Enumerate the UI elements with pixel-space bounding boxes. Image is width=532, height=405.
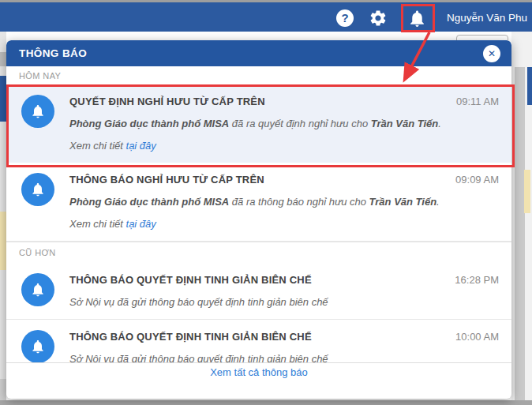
notification-title: THÔNG BÁO QUYẾT ĐỊNH TINH GIẢN BIÊN CHẾ bbox=[69, 273, 312, 287]
panel-header: THÔNG BÁO ✕ bbox=[6, 40, 511, 66]
notification-time: 09:09 AM bbox=[448, 174, 499, 186]
notification-title: QUYẾT ĐỊNH NGHỈ HƯU TỪ CẤP TRÊN bbox=[69, 95, 265, 109]
panel-footer: Xem tất cả thông báo bbox=[6, 362, 511, 381]
notification-title: THÔNG BÁO NGHỈ HƯU TỪ CẤP TRÊN bbox=[69, 173, 264, 187]
notification-time: 10:00 AM bbox=[448, 331, 499, 343]
background-page-right bbox=[511, 32, 532, 400]
notification-panel: THÔNG BÁO ✕ HÔM NAY QUYẾT ĐỊNH NGHỈ HƯU … bbox=[6, 40, 511, 399]
avatar bbox=[21, 330, 54, 363]
notification-time: 16:28 PM bbox=[447, 274, 499, 286]
page-scrollbar[interactable] bbox=[515, 67, 525, 400]
notification-body: Sở Nội vụ đã gửi thông báo quyết định ti… bbox=[69, 295, 499, 309]
user-name[interactable]: Nguyễn Văn Phu bbox=[447, 12, 527, 24]
screenshot-root: ? Nguyễn Văn Phu THÔNG BÁO ✕ HÔM NAY bbox=[0, 0, 532, 405]
gear-icon[interactable] bbox=[369, 9, 388, 28]
notification-row[interactable]: THÔNG BÁO NGHỈ HƯU TỪ CẤP TRÊN 09:09 AM … bbox=[6, 163, 511, 242]
notification-row[interactable]: THÔNG BÁO QUYẾT ĐỊNH TINH GIẢN BIÊN CHẾ … bbox=[6, 263, 511, 320]
bell-avatar-icon bbox=[30, 182, 46, 197]
detail-link[interactable]: tại đây bbox=[126, 140, 156, 152]
bell-avatar-icon bbox=[30, 103, 46, 119]
notification-time: 09:11 AM bbox=[448, 96, 499, 107]
avatar bbox=[21, 273, 54, 306]
bell-avatar-icon bbox=[30, 339, 46, 354]
notification-link-line: Xem chi tiết tại đây bbox=[69, 217, 499, 231]
view-all-link[interactable]: Xem tất cả thông báo bbox=[210, 366, 308, 378]
app-topbar: ? Nguyễn Văn Phu bbox=[0, 2, 532, 32]
section-label: CŨ HƠN bbox=[6, 242, 511, 263]
notification-row[interactable]: QUYẾT ĐỊNH NGHỈ HƯU TỪ CẤP TRÊN 09:11 AM… bbox=[6, 84, 511, 163]
close-icon[interactable]: ✕ bbox=[483, 45, 500, 62]
help-icon[interactable]: ? bbox=[336, 9, 354, 27]
panel-title: THÔNG BÁO bbox=[19, 47, 87, 59]
notification-list: HÔM NAY QUYẾT ĐỊNH NGHỈ HƯU TỪ CẤP TRÊN … bbox=[6, 66, 511, 381]
notification-link-line: Xem chi tiết tại đây bbox=[69, 139, 499, 153]
background-page-left bbox=[0, 32, 6, 400]
detail-link[interactable]: tại đây bbox=[126, 218, 156, 230]
avatar bbox=[21, 95, 54, 128]
notification-body: Phòng Giáo dục thành phố MISA đã ra thôn… bbox=[69, 195, 499, 209]
bell-icon[interactable] bbox=[407, 9, 427, 28]
notification-body: Phòng Giáo dục thành phố MISA đã ra quyế… bbox=[69, 117, 499, 131]
notification-title: THÔNG BÁO QUYẾT ĐỊNH TINH GIẢN BIÊN CHẾ bbox=[69, 330, 312, 344]
window-bottom-border bbox=[0, 400, 532, 405]
bell-avatar-icon bbox=[30, 282, 46, 298]
section-label: HÔM NAY bbox=[6, 66, 511, 84]
avatar bbox=[21, 173, 54, 206]
